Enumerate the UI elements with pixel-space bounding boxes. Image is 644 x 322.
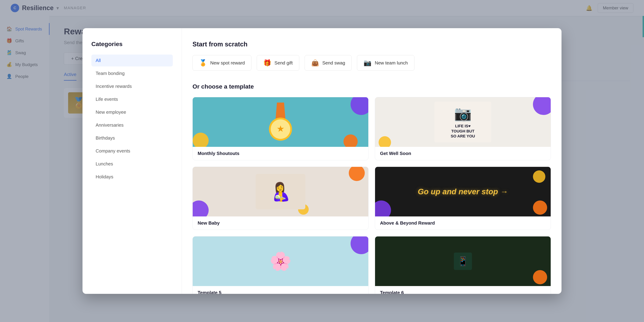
template-6[interactable]: 📱 Template 6: [375, 236, 551, 294]
send-gift-button[interactable]: 🎁 Send gift: [257, 55, 299, 71]
decorative-shape: [533, 270, 547, 284]
template-get-well-label: Get Well Soon: [375, 147, 551, 160]
camera-icon-large: 📷: [438, 105, 488, 122]
template-get-well-image: 📷 LIFE IS♥TOUGH BUTSO ARE YOU: [375, 97, 551, 147]
modal-categories-sidebar: Categories All Team bonding Incentive re…: [82, 28, 182, 294]
category-incentive-rewards[interactable]: Incentive rewards: [91, 80, 173, 92]
category-holidays[interactable]: Holidays: [91, 171, 173, 183]
decorative-shape: [344, 135, 358, 147]
get-well-quote: LIFE IS♥TOUGH BUTSO ARE YOU: [438, 124, 488, 139]
decorative-shape: [193, 200, 209, 216]
new-spot-reward-button[interactable]: 🏅 New spot reward: [192, 55, 252, 71]
go-up-text: Go up and never stop →: [418, 187, 508, 196]
flower-icon: 🌸: [270, 251, 292, 272]
category-new-employee[interactable]: New employee: [91, 106, 173, 118]
template-monthly-shoutouts-label: Monthly Shoutouts: [193, 147, 368, 160]
phone-icon: 📱: [454, 253, 472, 270]
new-team-lunch-button[interactable]: 📷 New team lunch: [357, 55, 414, 71]
template-above-beyond-image: Go up and never stop →: [375, 167, 551, 216]
swag-bag-icon: 👜: [311, 59, 319, 67]
template-6-label: Template 6: [375, 286, 551, 294]
template-get-well-soon[interactable]: 📷 LIFE IS♥TOUGH BUTSO ARE YOU Get Well S…: [375, 97, 551, 160]
modal-overlay[interactable]: Categories All Team bonding Incentive re…: [0, 0, 644, 322]
send-swag-button[interactable]: 👜 Send swag: [304, 55, 352, 71]
spot-reward-icon: 🏅: [199, 59, 207, 67]
modal: Categories All Team bonding Incentive re…: [82, 28, 562, 294]
template-monthly-shoutouts-image: ★: [193, 97, 368, 147]
template-above-beyond[interactable]: Go up and never stop → Above & Beyond Re…: [375, 167, 551, 230]
quick-actions: 🏅 New spot reward 🎁 Send gift 👜 Send swa…: [192, 55, 551, 71]
category-birthdays[interactable]: Birthdays: [91, 132, 173, 144]
gift-icon: 🎁: [263, 59, 271, 67]
template-new-baby-image: 🤱: [193, 167, 368, 216]
category-anniversaries[interactable]: Anniversaries: [91, 119, 173, 131]
template-5-label: Template 5: [193, 286, 368, 294]
category-company-events[interactable]: Company events: [91, 145, 173, 157]
modal-main-content: Start from scratch 🏅 New spot reward 🎁 S…: [182, 28, 562, 294]
templates-grid: ★ Monthly Shoutouts 📷 LIFE IS♥TOUGH BUTS…: [192, 97, 551, 294]
template-new-baby-label: New Baby: [193, 216, 368, 230]
category-life-events[interactable]: Life events: [91, 93, 173, 105]
decorative-shape: [350, 236, 368, 254]
decorative-shape: [533, 97, 551, 115]
template-5-image: 🌸: [193, 236, 368, 286]
categories-title: Categories: [91, 40, 173, 47]
svg-text:★: ★: [276, 124, 284, 134]
template-monthly-shoutouts[interactable]: ★ Monthly Shoutouts: [192, 97, 368, 160]
decorative-shape: [350, 97, 368, 115]
scratch-section-title: Start from scratch: [192, 40, 551, 48]
category-all[interactable]: All: [91, 55, 173, 66]
decorative-shape: [378, 136, 391, 147]
decorative-shape: [349, 167, 365, 181]
baby-feet-image: 🤱: [256, 174, 305, 209]
template-section-title: Or choose a template: [192, 83, 551, 90]
medal-graphic: ★: [264, 103, 296, 142]
decorative-shape: [193, 133, 209, 147]
decorative-shape: [533, 200, 547, 215]
get-well-card-content: 📷 LIFE IS♥TOUGH BUTSO ARE YOU: [434, 102, 491, 142]
camera-icon: 📷: [364, 59, 372, 67]
template-5[interactable]: 🌸 Template 5: [192, 236, 368, 294]
category-team-bonding[interactable]: Team bonding: [91, 67, 173, 79]
decorative-shape: [533, 170, 545, 183]
template-new-baby[interactable]: 🤱 New Baby: [192, 167, 368, 230]
template-6-image: 📱: [375, 236, 551, 286]
category-lunches[interactable]: Lunches: [91, 158, 173, 170]
template-above-beyond-label: Above & Beyond Reward: [375, 216, 551, 230]
decorative-shape: [375, 200, 391, 216]
